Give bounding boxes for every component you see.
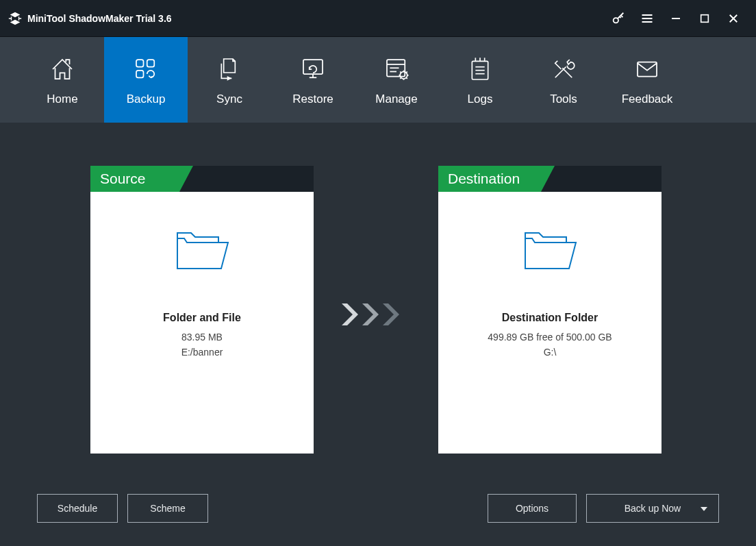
bottom-bar: Schedule Scheme Options Back up Now xyxy=(0,494,756,523)
destination-header: Destination xyxy=(438,166,548,192)
restore-icon xyxy=(299,54,327,84)
nav-label: Sync xyxy=(216,92,242,106)
key-icon[interactable] xyxy=(604,1,633,36)
feedback-icon xyxy=(633,54,662,84)
source-header: Source xyxy=(90,166,186,192)
destination-title: Destination Folder xyxy=(438,312,662,324)
app-window: MiniTool ShadowMaker Trial 3.6 Home xyxy=(0,0,756,546)
svg-point-0 xyxy=(614,18,618,23)
scheme-button[interactable]: Scheme xyxy=(127,494,208,523)
titlebar: MiniTool ShadowMaker Trial 3.6 xyxy=(0,0,756,36)
source-title: Folder and File xyxy=(90,312,314,324)
nav-label: Feedback xyxy=(622,92,673,106)
menu-icon[interactable] xyxy=(633,1,662,36)
backup-icon xyxy=(131,54,160,84)
content-area: Source Folder and File 83.95 MB E:/banne… xyxy=(0,123,756,546)
source-size: 83.95 MB xyxy=(90,332,314,343)
destination-free: 499.89 GB free of 500.00 GB xyxy=(438,332,662,343)
source-panel[interactable]: Source Folder and File 83.95 MB E:/banne… xyxy=(90,166,314,454)
nav-label: Tools xyxy=(550,92,577,106)
tools-icon xyxy=(549,54,578,84)
svg-rect-9 xyxy=(147,60,155,67)
maximize-button[interactable] xyxy=(690,1,719,36)
home-icon xyxy=(48,54,77,84)
logs-icon xyxy=(466,54,494,84)
backup-now-button[interactable]: Back up Now xyxy=(586,494,719,523)
nav-label: Home xyxy=(47,92,77,106)
nav-label: Manage xyxy=(375,92,417,106)
svg-rect-11 xyxy=(303,60,323,74)
folder-icon xyxy=(173,226,231,277)
options-button[interactable]: Options xyxy=(488,494,577,523)
nav-tools[interactable]: Tools xyxy=(522,37,605,123)
nav-label: Logs xyxy=(468,92,493,106)
nav-logs[interactable]: Logs xyxy=(438,37,522,123)
button-label: Options xyxy=(516,503,549,514)
button-label: Back up Now xyxy=(625,503,681,514)
destination-panel[interactable]: Destination Destination Folder 499.89 GB… xyxy=(438,166,662,454)
chevron-down-icon xyxy=(701,507,707,511)
manage-icon xyxy=(382,54,411,84)
svg-rect-10 xyxy=(136,70,144,77)
destination-path: G:\ xyxy=(438,347,662,358)
app-logo-icon xyxy=(7,10,23,27)
schedule-button[interactable]: Schedule xyxy=(37,494,118,523)
folder-icon xyxy=(521,226,579,277)
svg-point-18 xyxy=(400,71,407,79)
button-label: Scheme xyxy=(150,503,185,514)
button-label: Schedule xyxy=(58,503,97,514)
navbar: Home Backup xyxy=(0,36,756,123)
nav-manage[interactable]: Manage xyxy=(355,37,438,123)
svg-rect-8 xyxy=(136,60,144,67)
nav-sync[interactable]: Sync xyxy=(188,37,271,123)
svg-rect-26 xyxy=(638,62,657,76)
nav-label: Restore xyxy=(292,92,333,106)
nav-restore[interactable]: Restore xyxy=(271,37,355,123)
nav-label: Backup xyxy=(127,92,166,106)
nav-backup[interactable]: Backup xyxy=(104,37,188,123)
minimize-button[interactable] xyxy=(662,1,690,36)
source-path: E:/banner xyxy=(90,347,314,358)
nav-home[interactable]: Home xyxy=(21,37,104,123)
svg-rect-5 xyxy=(701,14,709,22)
transfer-arrows-icon xyxy=(340,301,413,328)
app-title: MiniTool ShadowMaker Trial 3.6 xyxy=(27,13,172,24)
nav-feedback[interactable]: Feedback xyxy=(605,37,689,123)
sync-icon xyxy=(216,54,243,84)
close-button[interactable] xyxy=(719,1,748,36)
